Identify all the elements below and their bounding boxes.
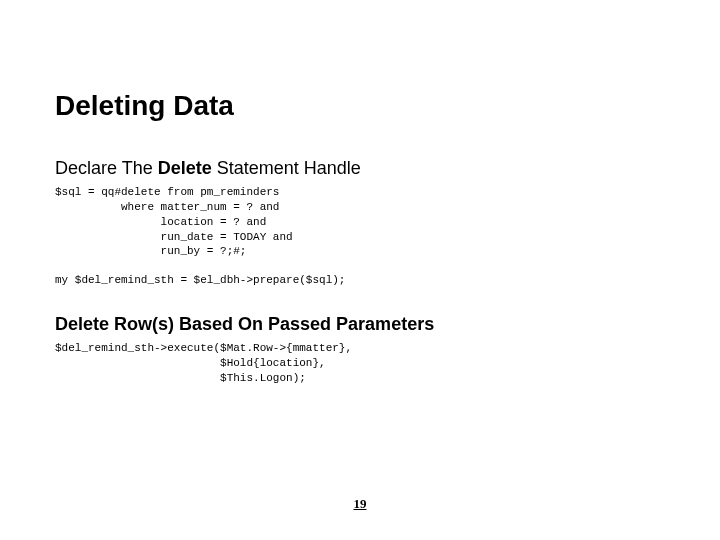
code-block-prepare: my $del_remind_sth = $el_dbh->prepare($s… (55, 273, 665, 288)
section-heading-delete-row: Delete Row(s) Based On Passed Parameters (55, 314, 665, 335)
heading-part-pre: Declare The (55, 158, 158, 178)
heading-part-bold: Delete (158, 158, 212, 178)
heading-delete-row-text: Delete Row(s) Based On Passed Parameters (55, 314, 434, 334)
slide: Deleting Data Declare The Delete Stateme… (0, 0, 720, 540)
heading-part-post: Statement Handle (212, 158, 361, 178)
code-block-execute: $del_remind_sth->execute($Mat.Row->{mmat… (55, 341, 665, 386)
code-block-sql-declare: $sql = qq#delete from pm_reminders where… (55, 185, 665, 259)
page-number: 19 (0, 496, 720, 512)
slide-title: Deleting Data (55, 90, 665, 122)
section-heading-declare: Declare The Delete Statement Handle (55, 158, 665, 179)
